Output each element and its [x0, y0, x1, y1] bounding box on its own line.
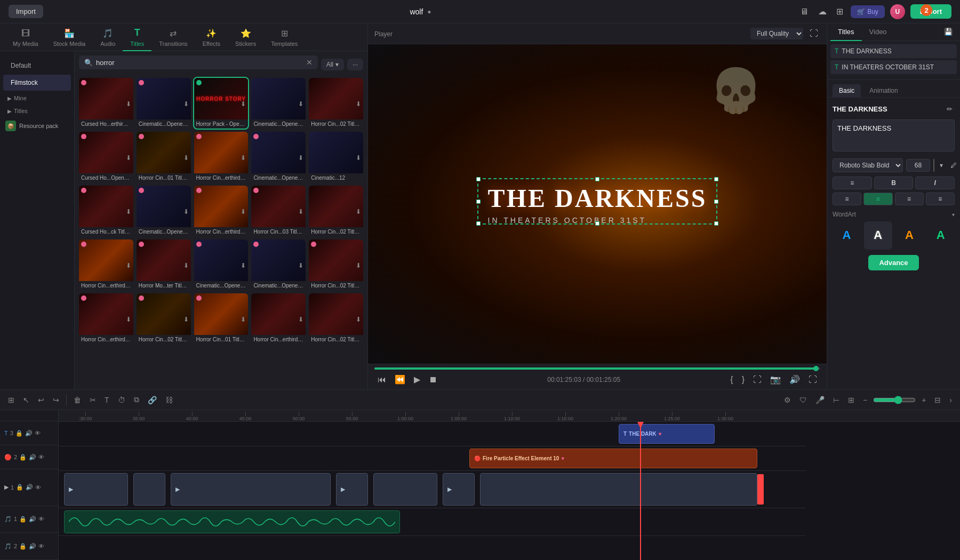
- mark-out-button[interactable]: }: [739, 373, 748, 386]
- wordart-item-0[interactable]: A: [833, 221, 861, 250]
- media-item-22[interactable]: ⬇Horror Cin...01 Title 05: [194, 293, 249, 344]
- color-expand-icon[interactable]: ▾: [938, 159, 945, 171]
- monitor-icon[interactable]: 🖥: [798, 5, 811, 19]
- title-selection[interactable]: THE DARKNESS IN THEATERS OCTOBER 31ST: [472, 173, 723, 235]
- split-icon[interactable]: ⊞: [5, 394, 17, 406]
- media-item-19[interactable]: ⬇Horror Cin...02 Title 05: [309, 239, 363, 290]
- media-item-21[interactable]: ⬇Horror Cin...02 Title 01: [137, 293, 191, 344]
- search-clear-button[interactable]: ✕: [306, 58, 313, 67]
- tl-tracks[interactable]: :30:00 35:00 40:00 45:00 50:00 55:00 1:0…: [59, 410, 960, 560]
- video-clip-6[interactable]: [480, 473, 757, 506]
- skip-back-button[interactable]: ⏮: [374, 373, 389, 386]
- detach-icon[interactable]: ⛓: [163, 394, 175, 406]
- progress-handle[interactable]: [813, 366, 819, 371]
- handle-top[interactable]: [595, 177, 599, 181]
- play-button[interactable]: ▶: [411, 373, 423, 386]
- text-content-input[interactable]: THE DARKNESS: [833, 119, 955, 151]
- align-left-button[interactable]: ≡: [833, 193, 861, 205]
- track-1-vol-icon[interactable]: 🔊: [26, 484, 33, 491]
- shield-icon[interactable]: 🛡: [797, 394, 810, 406]
- media-item-0[interactable]: ⬇Cursed Ho...erthird 02: [79, 78, 133, 129]
- media-item-17[interactable]: ⬇Cinematic...Opener 04: [194, 239, 249, 290]
- avatar[interactable]: U: [890, 4, 905, 19]
- undo-icon[interactable]: ↩: [35, 394, 47, 406]
- align-right-button[interactable]: ≡: [895, 193, 924, 205]
- zoom-in-icon[interactable]: +: [919, 394, 929, 406]
- video-clip-1[interactable]: [133, 473, 165, 506]
- tab-right-titles[interactable]: Titles: [830, 23, 862, 41]
- layout-icon[interactable]: ⊟: [932, 394, 943, 406]
- media-item-5[interactable]: ⬇Cursed Ho...Opener 01: [79, 132, 133, 182]
- snapshot-button[interactable]: 📷: [767, 373, 784, 386]
- fire-clip[interactable]: 🔴 Fire Particle Effect Element 10 ♥: [469, 449, 757, 468]
- tab-stock-media[interactable]: 🏪 Stock Media: [46, 25, 93, 51]
- align-center-button[interactable]: ≡: [863, 193, 892, 205]
- redo-icon[interactable]: ↪: [50, 394, 62, 406]
- more-icon[interactable]: ›: [947, 394, 955, 406]
- track-3-vol-icon[interactable]: 🔊: [25, 430, 33, 437]
- font-family-select[interactable]: Roboto Slab Bold: [833, 158, 903, 172]
- select-icon[interactable]: ↖: [20, 394, 32, 406]
- sidebar-item-default[interactable]: Default: [3, 58, 71, 74]
- media-item-12[interactable]: ⬇Horror Cin...erthird 01: [194, 186, 249, 236]
- tab-titles[interactable]: T Titles: [123, 24, 151, 51]
- bold-button[interactable]: B: [874, 177, 914, 189]
- media-item-18[interactable]: ⬇Cinematic...Opener 07: [251, 239, 306, 290]
- tab-audio[interactable]: 🎵 Audio: [93, 25, 123, 51]
- settings-icon[interactable]: ⚙: [781, 394, 794, 406]
- media-item-20[interactable]: ⬇Horror Cin...erthird 03: [79, 293, 133, 344]
- video-clip-5[interactable]: ▶: [443, 473, 475, 506]
- media-item-15[interactable]: ⬇Horror Cin...erthird 04: [79, 239, 133, 290]
- player-content-area[interactable]: THE DARKNESS IN THEATERS OCTOBER 31ST: [472, 173, 723, 235]
- text-align-icon[interactable]: ≡: [833, 177, 872, 189]
- copy-icon[interactable]: ⧉: [131, 394, 142, 406]
- resource-pack-item[interactable]: 📦 Resource pack: [0, 117, 74, 134]
- text-icon[interactable]: T: [102, 394, 112, 406]
- media-item-13[interactable]: ⬇Horror Cin...03 Title 02: [251, 186, 306, 236]
- media-item-6[interactable]: ⬇Horror Cin...01 Title 04: [137, 132, 191, 182]
- handle-bl[interactable]: [476, 221, 481, 226]
- media-item-2[interactable]: HORROR STORY⬇Horror Pack - Opener 1: [194, 78, 249, 129]
- media-item-23[interactable]: ⬇Horror Cin...erthird 02: [251, 293, 306, 344]
- crop-button[interactable]: ⛶: [750, 373, 765, 386]
- track-2-lock-icon[interactable]: 🔒: [19, 454, 27, 461]
- more-options-button[interactable]: ···: [347, 59, 363, 70]
- quality-select[interactable]: Full Quality Half Quality: [750, 28, 803, 39]
- link-icon[interactable]: 🔗: [145, 394, 159, 406]
- sub-tab-basic[interactable]: Basic: [833, 84, 861, 97]
- playhead[interactable]: [640, 422, 641, 560]
- zoom-out-icon[interactable]: −: [860, 394, 870, 406]
- eyedropper-icon[interactable]: 🖉: [948, 159, 959, 171]
- audio1-vol-icon[interactable]: 🔊: [29, 516, 36, 523]
- advance-button[interactable]: Advance: [868, 255, 918, 270]
- audio2-vol-icon[interactable]: 🔊: [29, 543, 36, 550]
- sidebar-section-mine[interactable]: ▶ Mine: [0, 92, 74, 105]
- tab-effects[interactable]: ✨ Effects: [195, 25, 228, 51]
- video-clip-2[interactable]: ▶: [171, 473, 331, 506]
- tab-right-video[interactable]: Video: [862, 23, 894, 41]
- wordart-item-1[interactable]: A: [864, 221, 892, 250]
- wordart-item-2[interactable]: A: [895, 221, 924, 250]
- audio2-eye-icon[interactable]: 👁: [38, 543, 44, 549]
- media-item-14[interactable]: ⬇Horror Cin...02 Title 08: [309, 186, 363, 236]
- tab-transitions[interactable]: ⇄ Transitions: [151, 25, 195, 51]
- right-tab-save-icon[interactable]: 💾: [940, 23, 957, 41]
- text-item-1[interactable]: T IN THEATERS OCTOBER 31ST: [830, 60, 957, 74]
- audio-clip-1[interactable]: [64, 510, 400, 533]
- media-item-24[interactable]: ⬇Horror Cin...02 Title 07: [309, 293, 363, 344]
- grid-icon[interactable]: ⊞: [834, 4, 845, 19]
- edit-pencil-icon[interactable]: ✏: [945, 103, 955, 115]
- handle-right[interactable]: [714, 199, 718, 204]
- media-item-8[interactable]: ⬇Cinematic...Opener 01: [251, 132, 306, 182]
- clock-icon[interactable]: ⏱: [115, 394, 128, 406]
- video-clip-3[interactable]: ▶: [336, 473, 368, 506]
- stop-button[interactable]: ⏹: [426, 373, 441, 386]
- track-1-lock-icon[interactable]: 🔒: [16, 484, 23, 491]
- text-item-0[interactable]: T THE DARKNESS: [830, 44, 957, 58]
- media-item-9[interactable]: ⬇Cinematic...12: [309, 132, 363, 182]
- player-expand-icon[interactable]: ⛶: [807, 27, 820, 41]
- track-2-eye-icon[interactable]: 👁: [38, 454, 44, 460]
- sub-tab-animation[interactable]: Animation: [863, 84, 904, 97]
- audio1-lock-icon[interactable]: 🔒: [19, 516, 27, 523]
- step-back-button[interactable]: ⏪: [391, 373, 409, 386]
